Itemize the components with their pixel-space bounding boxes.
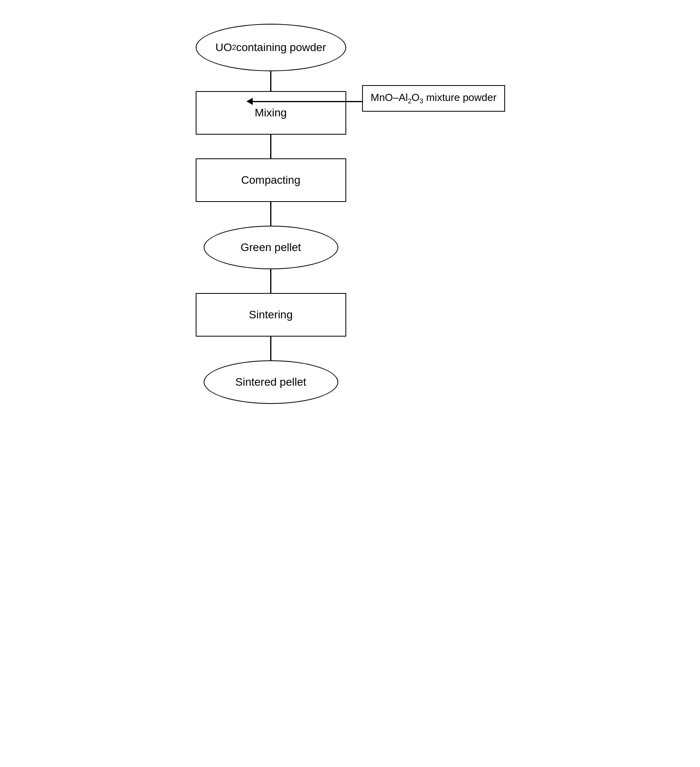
connector-4 bbox=[270, 269, 271, 293]
connector-5 bbox=[270, 337, 271, 360]
main-flow-column: UO2 containing powder Mixing Compacting … bbox=[188, 24, 354, 404]
uo2-powder-ellipse: UO2 containing powder bbox=[196, 24, 346, 71]
side-box-wrapper: MnO–Al2O3 mixture powder bbox=[362, 85, 505, 112]
compacting-box: Compacting bbox=[196, 158, 346, 202]
connector-1 bbox=[270, 71, 271, 91]
flowchart-diagram: MnO–Al2O3 mixture powder UO2 containing … bbox=[172, 24, 528, 404]
mno-mixture-box: MnO–Al2O3 mixture powder bbox=[362, 85, 505, 112]
green-pellet-ellipse: Green pellet bbox=[204, 226, 338, 269]
side-arrow-line bbox=[248, 101, 362, 102]
connector-3 bbox=[270, 202, 271, 226]
mixing-box: Mixing bbox=[196, 91, 346, 135]
connector-2 bbox=[270, 135, 271, 158]
sintering-box: Sintering bbox=[196, 293, 346, 337]
sintered-pellet-ellipse: Sintered pellet bbox=[204, 360, 338, 404]
side-arrow-head bbox=[246, 98, 253, 105]
